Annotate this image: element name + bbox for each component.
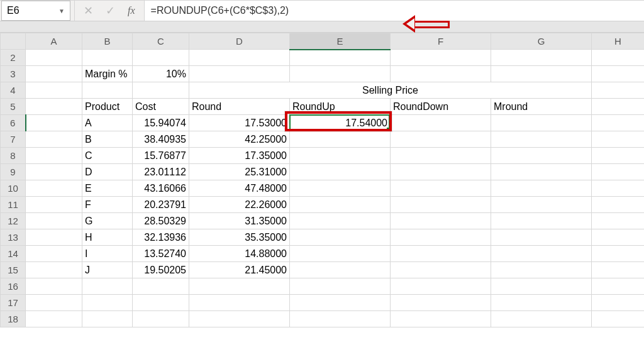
row-header-3[interactable]: 3	[1, 66, 26, 82]
row-header-2[interactable]: 2	[1, 50, 26, 66]
cell-cost[interactable]: 13.52740	[133, 246, 189, 262]
cell-cost[interactable]: 23.01112	[133, 164, 189, 180]
cell[interactable]	[26, 213, 82, 229]
cost-header[interactable]: Cost	[133, 99, 189, 115]
cell-roundup[interactable]	[290, 213, 391, 229]
row-header-6[interactable]: 6	[1, 115, 26, 131]
row-header-15[interactable]: 15	[1, 262, 26, 278]
col-header-A[interactable]: A	[26, 33, 82, 50]
cell-rounddown[interactable]	[391, 197, 491, 213]
row-header-17[interactable]: 17	[1, 295, 26, 311]
cell-roundup[interactable]	[290, 131, 391, 148]
cell[interactable]	[26, 148, 82, 164]
cell[interactable]	[592, 229, 645, 246]
cell[interactable]	[592, 99, 645, 115]
cell[interactable]	[592, 246, 645, 262]
cell-cost[interactable]: 32.13936	[133, 229, 189, 246]
cell-mround[interactable]	[491, 213, 592, 229]
cell[interactable]	[592, 197, 645, 213]
cell[interactable]	[592, 50, 645, 66]
row-header-14[interactable]: 14	[1, 246, 26, 262]
cell[interactable]	[82, 82, 133, 99]
cell-cost[interactable]: 43.16066	[133, 180, 189, 197]
cell-round[interactable]: 17.35000	[189, 148, 290, 164]
round-header[interactable]: Round	[189, 99, 290, 115]
row-header-16[interactable]: 16	[1, 278, 26, 295]
cell-product[interactable]: J	[82, 262, 133, 278]
cell[interactable]	[290, 295, 391, 311]
cell[interactable]	[189, 278, 290, 295]
confirm-icon[interactable]: ✓	[106, 4, 115, 18]
cell[interactable]	[189, 50, 290, 66]
cell[interactable]	[592, 311, 645, 327]
cell[interactable]	[290, 50, 391, 66]
cell-roundup-active[interactable]: 17.54000	[290, 115, 391, 131]
cell[interactable]	[491, 311, 592, 327]
selling-price-header[interactable]: Selling Price	[189, 82, 592, 99]
cell[interactable]	[491, 278, 592, 295]
cell[interactable]	[26, 311, 82, 327]
cell[interactable]	[491, 50, 592, 66]
cell-rounddown[interactable]	[391, 180, 491, 197]
cell-mround[interactable]	[491, 197, 592, 213]
cell-product[interactable]: G	[82, 213, 133, 229]
cell[interactable]	[290, 278, 391, 295]
cell[interactable]	[26, 164, 82, 180]
col-header-H[interactable]: H	[592, 33, 645, 50]
cell[interactable]	[26, 278, 82, 295]
cell-product[interactable]: B	[82, 131, 133, 148]
cell[interactable]	[26, 262, 82, 278]
worksheet[interactable]: A B C D E F G H 2 3 Margin % 10% 4 Selli…	[0, 33, 644, 327]
row-header-9[interactable]: 9	[1, 164, 26, 180]
name-box[interactable]: E6 ▼	[1, 1, 70, 21]
cell-roundup[interactable]	[290, 246, 391, 262]
cell[interactable]	[592, 115, 645, 131]
cell[interactable]	[82, 311, 133, 327]
cell[interactable]	[26, 246, 82, 262]
cell[interactable]	[133, 311, 189, 327]
cell[interactable]	[26, 50, 82, 66]
cell[interactable]	[592, 278, 645, 295]
cell[interactable]	[82, 50, 133, 66]
cell-product[interactable]: H	[82, 229, 133, 246]
cell-roundup[interactable]	[290, 197, 391, 213]
cell-rounddown[interactable]	[391, 148, 491, 164]
margin-label-cell[interactable]: Margin %	[82, 66, 133, 82]
cell[interactable]	[82, 278, 133, 295]
cell-rounddown[interactable]	[391, 213, 491, 229]
cell-mround[interactable]	[491, 180, 592, 197]
cell-cost[interactable]: 38.40935	[133, 131, 189, 148]
cell[interactable]	[133, 295, 189, 311]
cell-cost[interactable]: 28.50329	[133, 213, 189, 229]
cell-round[interactable]: 14.88000	[189, 246, 290, 262]
row-header-13[interactable]: 13	[1, 229, 26, 246]
margin-value-cell[interactable]: 10%	[133, 66, 189, 82]
col-header-D[interactable]: D	[189, 33, 290, 50]
cell-cost[interactable]: 19.50205	[133, 262, 189, 278]
cell-product[interactable]: D	[82, 164, 133, 180]
row-header-4[interactable]: 4	[1, 82, 26, 99]
cell-round[interactable]: 17.53000	[189, 115, 290, 131]
cell[interactable]	[391, 295, 491, 311]
cell-rounddown[interactable]	[391, 262, 491, 278]
cancel-icon[interactable]: ✕	[84, 4, 93, 18]
cell[interactable]	[26, 99, 82, 115]
cell[interactable]	[592, 131, 645, 148]
cell-rounddown[interactable]	[391, 164, 491, 180]
cell[interactable]	[26, 197, 82, 213]
cell[interactable]	[391, 278, 491, 295]
cell[interactable]	[592, 295, 645, 311]
col-header-B[interactable]: B	[82, 33, 133, 50]
row-header-18[interactable]: 18	[1, 311, 26, 327]
cell-round[interactable]: 47.48000	[189, 180, 290, 197]
cell-product[interactable]: F	[82, 197, 133, 213]
cell[interactable]	[26, 66, 82, 82]
cell[interactable]	[290, 66, 391, 82]
col-header-F[interactable]: F	[391, 33, 491, 50]
cell-cost[interactable]: 20.23791	[133, 197, 189, 213]
cell-round[interactable]: 25.31000	[189, 164, 290, 180]
cell[interactable]	[82, 295, 133, 311]
cell[interactable]	[290, 311, 391, 327]
cell-roundup[interactable]	[290, 262, 391, 278]
cell-product[interactable]: E	[82, 180, 133, 197]
